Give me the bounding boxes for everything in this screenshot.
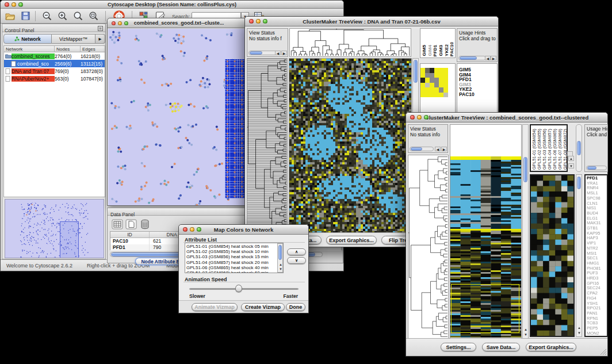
scroll-left-icon[interactable]: ◀ bbox=[275, 51, 281, 55]
network-row-nodes: 2569(6) bbox=[55, 61, 81, 67]
view-status-text: No status info f bbox=[247, 36, 288, 41]
slider-max-label: Faster bbox=[283, 293, 298, 299]
close-icon[interactable] bbox=[249, 19, 254, 24]
submatrix-cell bbox=[420, 78, 425, 83]
zoom-icon[interactable] bbox=[18, 2, 23, 7]
tv1-export-graphics-button[interactable]: Export Graphics... bbox=[326, 236, 377, 244]
file-icon bbox=[5, 68, 12, 74]
delete-attribute-icon[interactable] bbox=[140, 219, 150, 230]
move-down-button[interactable]: ∨ bbox=[287, 257, 306, 264]
zoom-in-icon[interactable] bbox=[58, 11, 68, 21]
attribute-select-icon[interactable] bbox=[112, 219, 123, 229]
scroll-down-icon[interactable]: ▼ bbox=[576, 331, 582, 336]
zoom-icon[interactable] bbox=[124, 21, 128, 25]
new-attribute-icon[interactable] bbox=[125, 219, 137, 229]
zoom-selected-icon[interactable] bbox=[89, 11, 99, 21]
column-label: GPL51-08 (GSM872) bbox=[563, 129, 568, 170]
move-up-button[interactable]: ∧ bbox=[287, 248, 306, 255]
float-panel-icon[interactable] bbox=[98, 26, 103, 31]
attribute-list-item[interactable]: GPL51-03 (GSM856) heat shock 15 min bbox=[186, 254, 283, 259]
scroll-down-icon[interactable]: ▼ bbox=[568, 163, 574, 168]
attribute-list-scrollbar[interactable]: ▲ ▼ bbox=[277, 243, 283, 273]
minimize-icon[interactable] bbox=[256, 19, 261, 24]
network-row[interactable]: combined_scores2764(0)16218(0) bbox=[4, 52, 105, 60]
tv1-status-scrollbar[interactable] bbox=[248, 51, 278, 55]
attribute-listbox[interactable]: GPL51-01 (GSM854) heat shock 05 minGPL51… bbox=[185, 243, 284, 273]
zoom-icon[interactable] bbox=[197, 227, 201, 232]
network-canvas[interactable] bbox=[108, 29, 250, 205]
network-row[interactable]: combined_sco2569(6)13112(15) bbox=[4, 60, 105, 67]
main-titlebar[interactable]: Cytoscape Desktop (Session Name: collins… bbox=[1, 1, 343, 9]
scroll-up-icon[interactable]: ▲ bbox=[568, 156, 574, 161]
dialog-titlebar[interactable]: Map Colors to Network bbox=[179, 225, 308, 235]
close-icon[interactable] bbox=[112, 21, 116, 25]
create-vizmap-button[interactable]: Create Vizmap bbox=[241, 303, 285, 311]
close-icon[interactable] bbox=[410, 115, 415, 120]
tv1-row-dendrogram[interactable] bbox=[247, 58, 288, 233]
network-view-titlebar[interactable]: combined_scores_good.txt--cluste... bbox=[108, 18, 250, 28]
attribute-list-item[interactable]: GPL51-06 (GSM865) heat shock 40 min bbox=[186, 265, 283, 270]
resize-grip-icon[interactable] bbox=[600, 348, 607, 355]
tv2-zoom-matrix[interactable] bbox=[530, 174, 575, 337]
tv2-gene-scrollbar[interactable]: ▲ ▼ bbox=[576, 174, 582, 337]
animate-vizmap-button[interactable]: Animate Vizmap bbox=[192, 303, 238, 311]
tv2-export-graphics-button[interactable]: Export Graphics... bbox=[526, 343, 576, 351]
submatrix-cell bbox=[425, 93, 430, 98]
scroll-up-icon[interactable]: ▲ bbox=[576, 325, 582, 331]
done-button[interactable]: Done bbox=[286, 303, 305, 311]
minimize-icon[interactable] bbox=[417, 115, 422, 120]
scroll-up-icon[interactable]: ▲ bbox=[523, 327, 529, 332]
scroll-right-icon[interactable]: ▶ bbox=[281, 51, 287, 55]
tv2-hints-scrollbar[interactable] bbox=[586, 166, 607, 170]
tv1-hints-scrollbar[interactable] bbox=[458, 56, 486, 60]
speed-slider-thumb[interactable] bbox=[235, 285, 242, 292]
zoom-out-icon[interactable] bbox=[42, 11, 52, 21]
open-file-icon[interactable] bbox=[5, 12, 15, 20]
scroll-left-icon[interactable]: ◀ bbox=[485, 56, 491, 60]
tv2-status-scrollbar[interactable] bbox=[410, 147, 434, 151]
scroll-up-icon[interactable]: ▲ bbox=[278, 262, 284, 267]
tv1-column-dendrogram[interactable] bbox=[289, 28, 411, 57]
col-nodes[interactable]: Nodes bbox=[55, 46, 81, 52]
minimize-icon[interactable] bbox=[190, 227, 194, 232]
tv2-save-data-button[interactable]: Save Data... bbox=[482, 343, 520, 351]
speed-slider-track[interactable] bbox=[189, 288, 299, 290]
scroll-left-icon[interactable]: ◀ bbox=[435, 147, 441, 151]
zoom-icon[interactable] bbox=[263, 19, 267, 24]
close-icon[interactable] bbox=[5, 2, 9, 7]
overview-viewport-rect[interactable] bbox=[60, 221, 79, 258]
tv1-heatmap[interactable] bbox=[289, 58, 412, 233]
tab-vizmapper[interactable]: VizMapper™ bbox=[52, 34, 95, 44]
tv2-settings-button[interactable]: Settings... bbox=[441, 343, 476, 351]
close-icon[interactable] bbox=[183, 227, 188, 232]
minimize-icon[interactable] bbox=[12, 2, 16, 7]
col-edges[interactable]: Edges bbox=[81, 46, 105, 52]
network-row[interactable]: DNA and Tran 07769(0)183728(0) bbox=[4, 67, 105, 75]
attribute-list-item[interactable]: GPL51-01 (GSM854) heat shock 05 min bbox=[186, 244, 283, 249]
zoom-icon[interactable] bbox=[424, 115, 429, 120]
save-icon[interactable] bbox=[21, 12, 30, 20]
attribute-list-item[interactable]: GPL51-04 (GSM857) heat shock 20 min bbox=[186, 260, 283, 265]
attribute-list-item[interactable]: GPL51-07 (GSM868) heat shock 60 min bbox=[186, 270, 283, 273]
scroll-right-icon[interactable]: ▶ bbox=[441, 147, 447, 151]
minimize-icon[interactable] bbox=[118, 21, 122, 25]
tab-overflow-button[interactable]: ▶ bbox=[95, 34, 105, 44]
network-row[interactable]: RNAPuberNov2+563(0)107847(0) bbox=[4, 75, 105, 82]
network-list: combined_scores2764(0)16218(0)combined_s… bbox=[3, 52, 105, 197]
tv2-labels-scrollbar[interactable] bbox=[576, 124, 582, 172]
tv2-row-dendrogram[interactable] bbox=[408, 155, 449, 339]
data-col-id[interactable]: ID bbox=[110, 232, 150, 237]
scroll-down-icon[interactable]: ▼ bbox=[278, 267, 284, 271]
treeview1-titlebar[interactable]: ClusterMaker TreeView : DNA and Tran 07-… bbox=[245, 17, 498, 26]
scroll-down-icon[interactable]: ▼ bbox=[523, 332, 529, 338]
treeview2-titlebar[interactable]: ClusterMaker TreeView : combined_scores_… bbox=[406, 113, 607, 122]
network-overview[interactable] bbox=[5, 199, 104, 258]
attribute-list-item[interactable]: GPL51-02 (GSM855) heat shock 10 min bbox=[186, 249, 283, 254]
scroll-right-icon[interactable]: ▶ bbox=[491, 56, 496, 60]
zoom-fit-icon[interactable] bbox=[73, 11, 83, 21]
tv2-heatmap[interactable] bbox=[450, 124, 522, 339]
tab-network[interactable]: Network bbox=[3, 34, 52, 44]
tv2-vscrollbar[interactable]: ▲ ▼ bbox=[522, 124, 529, 339]
col-network[interactable]: Network bbox=[4, 46, 55, 52]
file-icon bbox=[11, 61, 17, 67]
